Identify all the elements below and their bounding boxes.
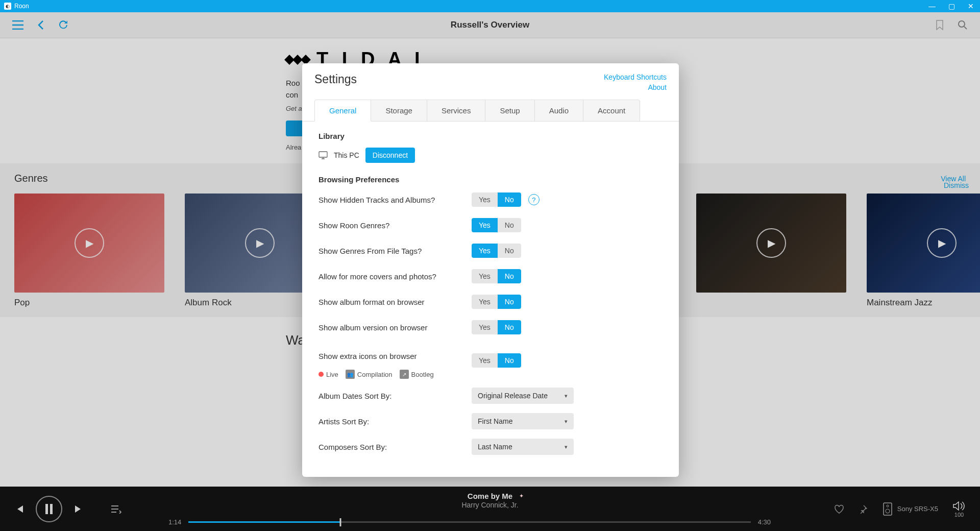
pref-row: Show Roon Genres? Yes No [318,216,663,234]
next-track-button[interactable] [74,504,84,514]
play-pause-button[interactable] [36,496,62,522]
modal-title: Settings [314,73,357,86]
toggle-yes[interactable]: Yes [472,218,498,232]
tab-audio[interactable]: Audio [534,100,583,122]
pref-label: Album Dates Sort By: [318,392,472,400]
toggle-no[interactable]: No [498,269,521,283]
sparkle-icon: ✦ [519,493,524,499]
pref-row: Show extra icons on browser Yes No [318,344,663,368]
pref-label: Allow for more covers and photos? [318,272,472,281]
live-icon [318,372,324,377]
queue-icon[interactable] [110,504,121,514]
elapsed-time: 1:14 [168,518,181,526]
app-icon: ◐ [4,3,11,10]
pref-label: Show Hidden Tracks and Albums? [318,196,472,204]
window-maximize[interactable]: ▢ [946,2,957,10]
speaker-icon [882,501,893,517]
settings-tabs: General Storage Services Setup Audio Acc… [302,100,679,122]
disconnect-button[interactable]: Disconnect [365,148,415,163]
device-label: Sony SRS-X5 [897,505,938,513]
toggle-more-covers[interactable]: Yes No [472,269,521,283]
toggle-no[interactable]: No [498,320,521,334]
pref-row: Composers Sort By: Last Name ▾ [318,438,663,455]
pref-label: Show album version on browser [318,323,472,332]
artists-sort-select[interactable]: First Name [472,413,574,429]
toggle-roon-genres[interactable]: Yes No [472,218,521,232]
keyboard-shortcuts-link[interactable]: Keyboard Shortcuts [604,73,667,83]
tab-setup[interactable]: Setup [485,100,534,122]
pref-row: Show Hidden Tracks and Albums? Yes No ? [318,191,663,208]
toggle-file-tags-genres[interactable]: Yes No [472,244,521,258]
tab-storage[interactable]: Storage [371,100,427,122]
toggle-album-version[interactable]: Yes No [472,320,521,334]
output-device[interactable]: Sony SRS-X5 [882,501,938,517]
toggle-hidden-tracks[interactable]: Yes No [472,192,521,207]
svg-rect-2 [45,504,48,514]
svg-rect-1 [319,152,327,157]
svg-point-6 [886,509,890,513]
pref-label: Show album format on browser [318,298,472,306]
toggle-no[interactable]: No [498,218,521,232]
settings-modal: Settings Keyboard Shortcuts About Genera… [302,63,679,477]
computer-icon [318,151,328,159]
favorite-icon[interactable] [834,504,844,514]
bootleg-icon: ↗ [400,370,409,379]
now-playing-info[interactable]: Come by Me ✦ Harry Connick, Jr. [461,492,518,509]
toggle-no[interactable]: No [498,353,521,368]
pref-label: Show extra icons on browser [318,352,472,360]
toggle-no[interactable]: No [498,295,521,309]
toggle-no[interactable]: No [498,244,521,258]
pref-label: Show Genres From File Tags? [318,247,472,255]
pref-label: Composers Sort By: [318,443,472,451]
app-name: Roon [14,3,29,10]
volume-value: 100 [954,512,964,518]
help-icon[interactable]: ? [528,194,540,205]
pref-label: Artists Sort By: [318,417,472,426]
toggle-yes[interactable]: Yes [472,320,498,334]
volume-icon [952,500,966,512]
track-artist: Harry Connick, Jr. [461,501,518,509]
composers-sort-select[interactable]: Last Name [472,439,574,455]
player-bar: Come by Me ✦ Harry Connick, Jr. 1:14 4:3… [0,487,980,531]
pref-row: Show Genres From File Tags? Yes No [318,242,663,259]
tab-services[interactable]: Services [427,100,486,122]
about-link[interactable]: About [604,83,667,93]
toggle-album-format[interactable]: Yes No [472,295,521,309]
settings-body: Library This PC Disconnect Browsing Pref… [302,121,679,463]
window-close[interactable]: ✕ [966,2,976,10]
prefs-heading: Browsing Preferences [318,175,663,184]
library-heading: Library [318,132,663,140]
svg-point-5 [887,505,889,507]
toggle-yes[interactable]: Yes [472,269,498,283]
pin-icon[interactable] [859,504,868,514]
pref-row: Artists Sort By: First Name ▾ [318,413,663,430]
pref-row: Album Dates Sort By: Original Release Da… [318,387,663,404]
toggle-yes[interactable]: Yes [472,295,498,309]
svg-rect-3 [50,504,53,514]
extra-icons-legend: Live 👥Compilation ↗Bootleg [318,370,663,379]
prev-track-button[interactable] [14,504,24,514]
pref-row: Show album format on browser Yes No [318,293,663,310]
window-minimize[interactable]: — [927,2,937,10]
pref-label: Show Roon Genres? [318,221,472,230]
toggle-yes[interactable]: Yes [472,192,498,207]
pref-row: Allow for more covers and photos? Yes No [318,268,663,285]
pref-row: Show album version on browser Yes No [318,319,663,336]
compilation-icon: 👥 [346,370,355,379]
progress-area: 1:14 4:30 [168,518,771,526]
tab-account[interactable]: Account [583,100,640,122]
toggle-yes[interactable]: Yes [472,353,498,368]
this-pc-label: This PC [334,151,359,159]
total-time: 4:30 [758,518,771,526]
album-dates-sort-select[interactable]: Original Release Date [472,388,574,404]
tab-general[interactable]: General [314,100,371,122]
toggle-yes[interactable]: Yes [472,244,498,258]
toggle-extra-icons[interactable]: Yes No [472,353,521,368]
toggle-no[interactable]: No [498,192,521,207]
volume-control[interactable]: 100 [952,500,966,518]
window-titlebar: ◐ Roon — ▢ ✕ [0,0,980,12]
seek-bar[interactable] [188,521,750,523]
track-title: Come by Me [468,492,512,500]
